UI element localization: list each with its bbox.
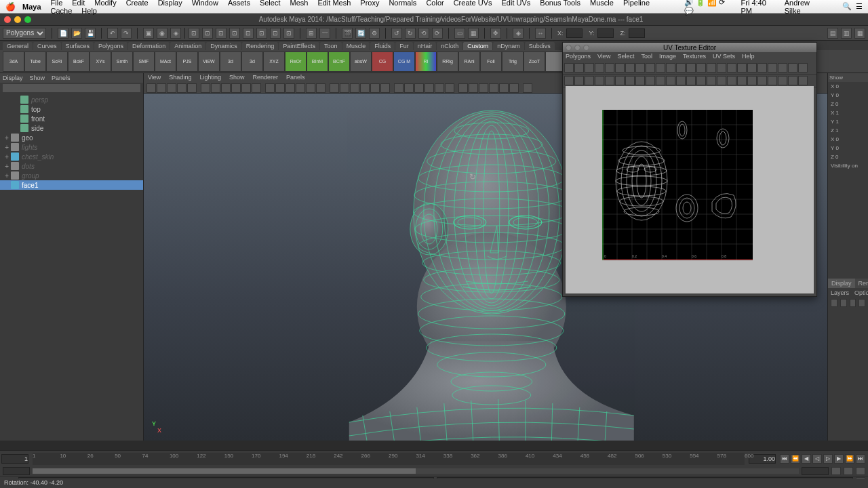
outliner-filter-input[interactable] (3, 84, 140, 92)
shelf-tab-nhair[interactable]: nHair (414, 42, 437, 50)
outliner-item-chest_skin[interactable]: +chest_skin (0, 152, 143, 161)
quick-layout-1-icon[interactable]: ▭ (454, 28, 465, 39)
uv-tool-1-8[interactable] (646, 76, 655, 85)
uv-tool-1-1[interactable] (574, 76, 584, 85)
shelf-icon-4[interactable]: XYs (90, 52, 111, 72)
vp-tool-26[interactable] (425, 83, 434, 93)
vp-tool-32[interactable] (489, 83, 498, 93)
vp-menu-view[interactable]: View (148, 74, 161, 82)
uv-tool-1-13[interactable] (696, 76, 706, 85)
minimize-window-button[interactable] (14, 16, 21, 23)
mac-menu-display[interactable]: Display (158, 0, 182, 7)
mac-user[interactable]: Andrew Silke (785, 0, 826, 15)
sel-mask-comp-icon[interactable]: ◈ (170, 28, 181, 39)
shelf-icon-1[interactable]: Tube (24, 52, 46, 72)
uv-tool-0-7[interactable] (635, 63, 645, 73)
shelf-tab-rendering[interactable]: Rendering (242, 42, 279, 50)
uv-tool-1-19[interactable] (757, 76, 767, 85)
uv-tool-0-19[interactable] (757, 63, 767, 73)
vp-tool-17[interactable] (330, 83, 339, 93)
sidebar-toggle-2-icon[interactable]: ▥ (841, 28, 852, 39)
sidebar-toggle-1-icon[interactable]: ▤ (827, 28, 838, 39)
uv-minimize-button[interactable] (574, 45, 580, 51)
vp-tool-23[interactable] (394, 83, 403, 93)
shelf-icon-11[interactable]: 3d (241, 52, 263, 72)
vp-tool-29[interactable] (458, 83, 468, 93)
vp-tool-24[interactable] (404, 83, 414, 93)
uv-tool-1-14[interactable] (707, 76, 716, 85)
shelf-icon-5[interactable]: Smth (111, 52, 133, 72)
vp-tool-16[interactable] (316, 83, 326, 93)
layer-tab-display[interactable]: Display (828, 279, 855, 288)
outliner-item-front[interactable]: front (0, 114, 143, 123)
shelf-tab-ndynam[interactable]: nDynam (493, 42, 524, 50)
uv-menu-tool[interactable]: Tool (641, 53, 652, 61)
mac-menu-create[interactable]: Create (126, 0, 149, 7)
uv-tool-0-14[interactable] (707, 63, 716, 73)
uv-tool-0-4[interactable] (605, 63, 614, 73)
shelf-tab-ncloth[interactable]: nCloth (437, 42, 462, 50)
mac-menu-muscle[interactable]: Muscle (590, 0, 614, 7)
undo-icon[interactable]: ↶ (107, 28, 118, 39)
uv-tool-0-22[interactable] (788, 63, 797, 73)
zoom-window-button[interactable] (24, 16, 31, 23)
uv-tool-1-15[interactable] (717, 76, 726, 85)
uv-tool-0-15[interactable] (717, 63, 726, 73)
uv-tool-1-17[interactable] (737, 76, 747, 85)
vp-tool-20[interactable] (360, 83, 370, 93)
uv-tool-0-18[interactable] (747, 63, 757, 73)
uv-tool-0-0[interactable] (564, 63, 574, 73)
vp-menu-lighting[interactable]: Lighting (199, 74, 221, 82)
uv-tool-1-20[interactable] (768, 76, 777, 85)
vp-tool-22[interactable] (380, 83, 390, 93)
manipulator-icon[interactable]: ✥ (490, 28, 501, 39)
uv-tool-1-0[interactable] (564, 76, 574, 85)
vp-tool-28[interactable] (445, 83, 454, 93)
vp-menu-renderer[interactable]: Renderer (252, 74, 278, 82)
layer-icon-2[interactable] (840, 299, 847, 307)
attr-translate-x[interactable]: X 0 (828, 82, 868, 91)
attr-scale-x[interactable]: X 0 (828, 135, 868, 144)
shelf-tab-fur[interactable]: Fur (395, 42, 413, 50)
uv-menu-image[interactable]: Image (659, 53, 676, 61)
apple-icon[interactable]: 🍎 (5, 2, 16, 12)
sidebar-toggle-3-icon[interactable]: ▦ (854, 28, 865, 39)
uv-tool-1-5[interactable] (615, 76, 625, 85)
uv-menu-select[interactable]: Select (617, 53, 634, 61)
sel-mask-obj-icon[interactable]: ◉ (157, 28, 167, 39)
step-forward-button[interactable]: ⏩ (845, 454, 854, 464)
uv-menu-textures[interactable]: Textures (683, 53, 706, 61)
uv-tool-1-16[interactable] (727, 76, 736, 85)
uv-zoom-button[interactable] (583, 45, 589, 51)
sel-filter-4-icon[interactable]: ⊡ (229, 28, 240, 39)
shelf-icon-14[interactable]: BInM (307, 52, 328, 72)
visibility-attr[interactable]: Visibility on (828, 161, 868, 170)
vp-tool-8[interactable] (231, 83, 241, 93)
range-slider[interactable] (0, 466, 868, 476)
shelf-tab-curves[interactable]: Curves (33, 42, 61, 50)
shelf-tab-animation[interactable]: Animation (170, 42, 205, 50)
mac-menu-window[interactable]: Window (192, 0, 218, 7)
uv-tool-0-10[interactable] (666, 63, 675, 73)
uv-tool-1-2[interactable] (585, 76, 594, 85)
attr-translate-z[interactable]: Z 0 (828, 100, 868, 108)
open-scene-icon[interactable]: 📂 (71, 28, 82, 39)
prefs-icon[interactable] (856, 467, 865, 475)
vp-tool-21[interactable] (370, 83, 380, 93)
attr-rotate-y[interactable]: Y 1 (828, 117, 868, 126)
redo-icon[interactable]: ↷ (121, 28, 132, 39)
uv-tool-0-3[interactable] (595, 63, 604, 73)
time-slider-track[interactable]: 1102650741001221501701942182422662903143… (33, 453, 745, 465)
vp-tool-0[interactable] (146, 83, 156, 93)
uv-tool-1-7[interactable] (635, 76, 645, 85)
notification-icon[interactable]: ☰ (856, 2, 863, 11)
attr-rotate-x[interactable]: X 1 (828, 108, 868, 117)
input-line-mode-icon[interactable]: ↔ (535, 28, 546, 39)
attr-scale-y[interactable]: Y 0 (828, 144, 868, 152)
vp-tool-13[interactable] (285, 83, 295, 93)
uv-tool-0-2[interactable] (585, 63, 594, 73)
vp-tool-12[interactable] (275, 83, 285, 93)
shelf-tab-deformation[interactable]: Deformation (128, 42, 170, 50)
history-1-icon[interactable]: ↺ (391, 28, 402, 39)
mac-menu-assets[interactable]: Assets (228, 0, 250, 7)
